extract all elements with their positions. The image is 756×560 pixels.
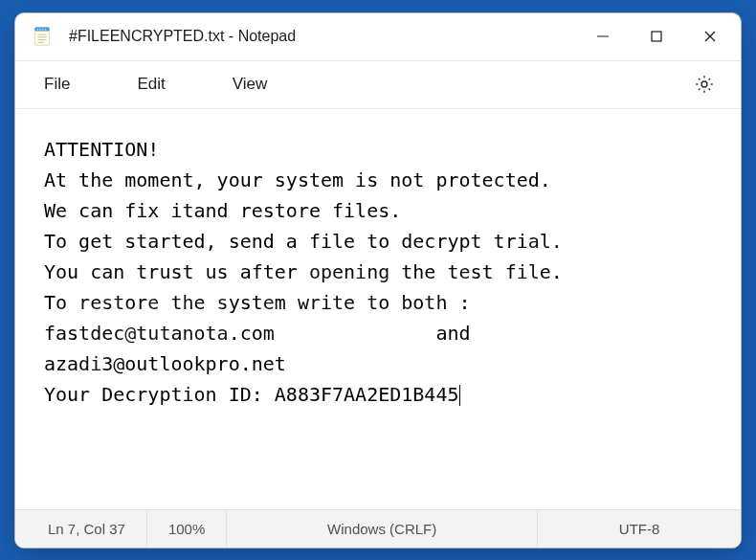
editor-line: We can fix itand restore files. [44, 199, 401, 222]
svg-rect-11 [652, 32, 661, 41]
svg-rect-5 [35, 32, 50, 46]
editor-line: Your Decryption ID: A883F7AA2ED1B445 [44, 383, 458, 406]
minimize-button[interactable] [576, 16, 630, 56]
status-encoding[interactable]: UTF-8 [538, 510, 741, 548]
text-caret [459, 385, 460, 406]
editor-line: fastdec@tutanota.com and [44, 322, 482, 345]
menu-file[interactable]: File [34, 69, 79, 100]
notepad-window: #FILEENCRYPTED.txt - Notepad File Edit V… [14, 12, 742, 549]
status-zoom[interactable]: 100% [147, 510, 227, 548]
svg-rect-0 [35, 28, 50, 32]
editor-line: At the moment, your system is not protec… [44, 168, 551, 191]
statusbar: Ln 7, Col 37 100% Windows (CRLF) UTF-8 [15, 509, 741, 548]
editor-line: azadi3@outlookpro.net [44, 352, 286, 375]
editor-line: To get started, send a file to decrypt t… [44, 230, 563, 253]
menu-view[interactable]: View [223, 69, 278, 100]
text-editor-area[interactable]: ATTENTION! At the moment, your system is… [15, 109, 741, 509]
editor-line: ATTENTION! [44, 138, 159, 161]
window-title: #FILEENCRYPTED.txt - Notepad [69, 28, 296, 45]
editor-line: To restore the system write to both : [44, 291, 471, 314]
status-cursor-position: Ln 7, Col 37 [15, 510, 147, 548]
status-line-ending[interactable]: Windows (CRLF) [227, 510, 538, 548]
svg-point-14 [701, 81, 707, 87]
notepad-icon [29, 23, 56, 50]
maximize-button[interactable] [630, 16, 683, 56]
menubar: File Edit View [15, 61, 741, 109]
editor-line: You can trust us after opening the test … [44, 260, 563, 283]
menu-edit[interactable]: Edit [127, 69, 174, 100]
titlebar[interactable]: #FILEENCRYPTED.txt - Notepad [15, 13, 741, 61]
close-button[interactable] [683, 16, 737, 56]
settings-button[interactable] [687, 67, 722, 101]
